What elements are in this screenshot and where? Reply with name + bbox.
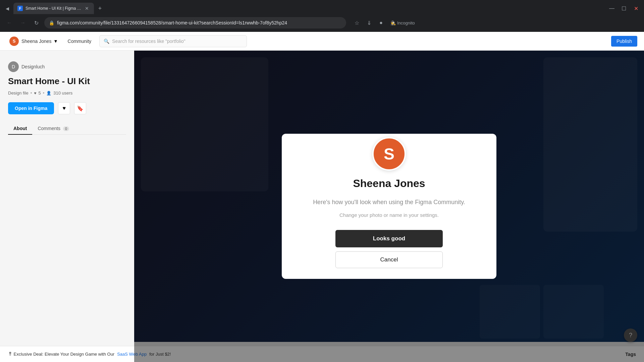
file-title: Smart Home - UI Kit bbox=[8, 76, 126, 86]
incognito-badge: 🕵 Incognito bbox=[388, 19, 418, 27]
meta-type: Design file bbox=[8, 90, 29, 96]
tab-favicon: F bbox=[17, 6, 23, 11]
minimize-button[interactable]: — bbox=[606, 3, 617, 14]
file-meta: Design file • ♥ 5 • 👤 310 users bbox=[8, 90, 126, 96]
promo-text: 🎖 Exclusive Deal: Elevate Your Design Ga… bbox=[8, 352, 114, 357]
designer-name[interactable]: Designluch bbox=[21, 64, 45, 69]
publish-button[interactable]: Publish bbox=[611, 36, 637, 47]
modal-description: Here's how you'll look when using the Fi… bbox=[297, 198, 481, 207]
search-icon: 🔍 bbox=[104, 39, 109, 44]
active-tab[interactable]: F Smart Home - UI Kit | Figma Co... ✕ bbox=[13, 3, 94, 14]
modal-buttons: Looks good Cancel bbox=[335, 230, 443, 268]
profile-preview-modal: S Sheena Jones Here's how you'll look wh… bbox=[282, 134, 496, 279]
community-nav-link[interactable]: Community bbox=[65, 37, 94, 45]
forward-button[interactable]: → bbox=[17, 17, 28, 28]
like-button[interactable]: ♥ bbox=[58, 102, 70, 114]
user-badge[interactable]: S Sheena Jones ▾ bbox=[7, 35, 60, 47]
lock-icon: 🔒 bbox=[49, 20, 54, 25]
meta-dot-1: • bbox=[31, 90, 32, 96]
tab-title: Smart Home - UI Kit | Figma Co... bbox=[25, 6, 81, 11]
back-button[interactable]: ← bbox=[4, 17, 15, 28]
url-text: figma.com/community/file/133164726609415… bbox=[57, 20, 341, 25]
user-name-header: Sheena Jones bbox=[21, 39, 52, 44]
tab-about[interactable]: About bbox=[8, 122, 32, 134]
meta-dot-2: • bbox=[43, 90, 45, 96]
incognito-icon: 🕵 bbox=[390, 20, 396, 25]
tabs-row: About Comments 0 bbox=[8, 122, 126, 135]
download-button[interactable]: ⇓ bbox=[364, 17, 374, 28]
incognito-label: Incognito bbox=[397, 20, 415, 25]
modal-avatar-wrap: S bbox=[372, 137, 406, 171]
bookmark-star-button[interactable]: ☆ bbox=[352, 17, 362, 28]
modal-avatar: S bbox=[372, 137, 406, 171]
address-bar[interactable]: 🔒 figma.com/community/file/1331647266094… bbox=[44, 17, 346, 28]
modal-settings-text: Change your photo or name in your settin… bbox=[339, 212, 439, 218]
bookmark-icon: 🔖 bbox=[77, 105, 84, 112]
preview-area: S Sheena Jones Here's how you'll look wh… bbox=[134, 51, 644, 362]
meta-likes: 5 bbox=[38, 90, 41, 96]
open-in-figma-button[interactable]: Open in Figma bbox=[8, 102, 54, 114]
person-icon: 👤 bbox=[46, 91, 51, 96]
user-avatar-small: S bbox=[9, 37, 19, 46]
modal-user-name: Sheena Jones bbox=[353, 177, 425, 190]
meta-users: 310 users bbox=[53, 90, 72, 96]
tab-scroll-left[interactable]: ◀ bbox=[3, 4, 12, 13]
profile-button[interactable]: ● bbox=[376, 17, 386, 28]
left-panel: D Designluch Smart Home - UI Kit Design … bbox=[0, 51, 134, 362]
action-buttons: Open in Figma ♥ 🔖 bbox=[8, 102, 126, 114]
header-right: Publish bbox=[611, 36, 637, 47]
designer-info: D Designluch bbox=[8, 61, 126, 72]
cancel-button[interactable]: Cancel bbox=[335, 251, 443, 268]
new-tab-button[interactable]: + bbox=[95, 4, 105, 13]
figma-header: S Sheena Jones ▾ Community 🔍 Search for … bbox=[0, 32, 644, 51]
modal-overlay: S Sheena Jones Here's how you'll look wh… bbox=[134, 51, 644, 362]
designer-avatar: D bbox=[8, 61, 19, 72]
search-placeholder-text: Search for resources like "portfolio" bbox=[112, 39, 185, 44]
reload-button[interactable]: ↻ bbox=[31, 17, 42, 28]
browser-chrome: ◀ F Smart Home - UI Kit | Figma Co... ✕ … bbox=[0, 0, 644, 32]
comments-badge: 0 bbox=[63, 126, 69, 131]
browser-actions: ☆ ⇓ ● 🕵 Incognito bbox=[352, 17, 418, 28]
user-dropdown-icon: ▾ bbox=[54, 38, 57, 44]
tab-comments[interactable]: Comments 0 bbox=[32, 122, 74, 134]
heart-icon: ♥ bbox=[34, 91, 36, 96]
like-icon: ♥ bbox=[62, 105, 66, 111]
tab-close-button[interactable]: ✕ bbox=[84, 5, 90, 11]
search-bar[interactable]: 🔍 Search for resources like "portfolio" bbox=[99, 35, 247, 47]
restore-button[interactable]: ☐ bbox=[619, 3, 629, 14]
bookmark-button[interactable]: 🔖 bbox=[74, 102, 86, 114]
close-window-button[interactable]: ✕ bbox=[631, 3, 641, 14]
page-content: D Designluch Smart Home - UI Kit Design … bbox=[0, 51, 644, 362]
tab-bar: ◀ F Smart Home - UI Kit | Figma Co... ✕ … bbox=[0, 0, 644, 14]
looks-good-button[interactable]: Looks good bbox=[335, 230, 443, 247]
address-bar-row: ← → ↻ 🔒 figma.com/community/file/1331647… bbox=[0, 14, 644, 32]
